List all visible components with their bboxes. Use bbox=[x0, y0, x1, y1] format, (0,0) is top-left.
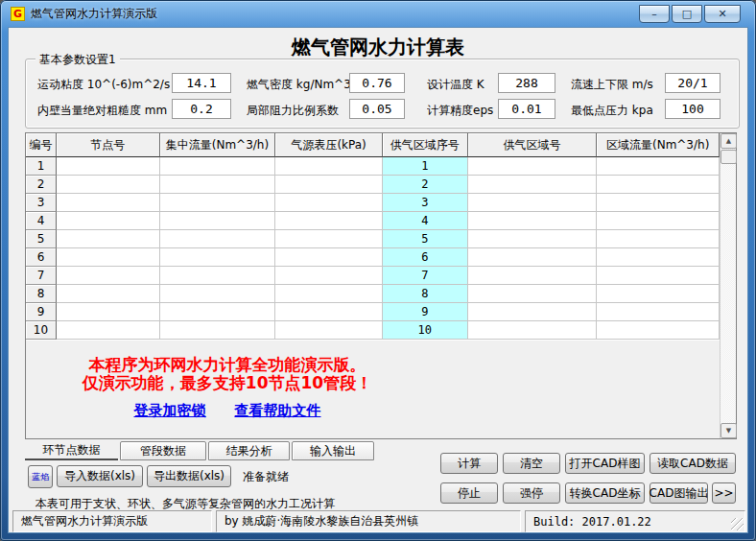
table-cell[interactable] bbox=[57, 321, 160, 340]
convert-cad-coords-button[interactable]: 转换CAD坐标 bbox=[565, 482, 645, 504]
table-cell[interactable] bbox=[160, 267, 276, 285]
table-cell[interactable]: 9 bbox=[383, 303, 468, 321]
tab-result-analysis[interactable]: 结果分析 bbox=[208, 441, 290, 460]
more-button[interactable]: >> bbox=[712, 482, 736, 504]
table-cell[interactable] bbox=[468, 285, 598, 303]
param-input[interactable] bbox=[665, 73, 721, 93]
table-cell[interactable] bbox=[275, 176, 383, 194]
table-cell[interactable] bbox=[160, 248, 276, 267]
table-cell[interactable] bbox=[597, 303, 720, 321]
statusbar-author: by 姚成蔚·海南陵水黎族自治县英州镇 bbox=[216, 510, 521, 532]
maximize-button[interactable]: □ bbox=[672, 5, 702, 23]
table-cell[interactable] bbox=[468, 212, 598, 230]
table-cell[interactable] bbox=[468, 194, 598, 212]
param-input[interactable] bbox=[498, 99, 555, 119]
table-cell[interactable] bbox=[597, 267, 720, 285]
table-cell[interactable] bbox=[468, 176, 598, 194]
table-cell[interactable] bbox=[57, 194, 160, 212]
cad-output-button[interactable]: CAD图输出 bbox=[650, 482, 708, 504]
param-input[interactable] bbox=[498, 73, 555, 93]
table-cell[interactable] bbox=[57, 176, 160, 194]
table-cell[interactable]: 6 bbox=[383, 248, 468, 267]
vertical-scrollbar[interactable]: ▲ ▼ bbox=[720, 133, 736, 438]
table-cell[interactable] bbox=[275, 230, 383, 248]
table-cell[interactable] bbox=[597, 248, 720, 267]
table-cell[interactable] bbox=[275, 212, 383, 230]
blue-flame-button[interactable]: 蓝焰 bbox=[28, 465, 53, 488]
table-cell[interactable]: 1 bbox=[383, 157, 468, 176]
param-input[interactable] bbox=[665, 99, 721, 119]
scrollbar-thumb[interactable] bbox=[721, 150, 737, 164]
table-cell[interactable] bbox=[160, 285, 276, 303]
stop-button[interactable]: 停止 bbox=[440, 482, 498, 504]
open-cad-sample-button[interactable]: 打开CAD样图 bbox=[565, 453, 645, 474]
table-cell[interactable] bbox=[275, 157, 383, 176]
table-cell[interactable] bbox=[468, 267, 598, 285]
table-cell[interactable] bbox=[160, 212, 276, 230]
table-cell[interactable]: 7 bbox=[383, 267, 468, 285]
table-cell[interactable] bbox=[160, 157, 276, 176]
table-cell[interactable]: 8 bbox=[383, 285, 468, 303]
table-cell[interactable] bbox=[597, 212, 720, 230]
table-cell[interactable] bbox=[597, 194, 720, 212]
app-icon: G bbox=[11, 7, 25, 21]
table-cell[interactable] bbox=[468, 157, 598, 176]
row-number: 6 bbox=[26, 248, 57, 267]
table-cell[interactable] bbox=[468, 248, 598, 267]
table-cell[interactable] bbox=[597, 176, 720, 194]
table-cell[interactable]: 5 bbox=[383, 230, 468, 248]
table-cell[interactable] bbox=[597, 157, 720, 176]
table-cell[interactable] bbox=[597, 321, 720, 340]
param-input[interactable] bbox=[349, 73, 405, 93]
table-row: 66 bbox=[26, 248, 720, 267]
table-cell[interactable]: 3 bbox=[383, 194, 468, 212]
table-cell[interactable] bbox=[275, 321, 383, 340]
table-cell[interactable] bbox=[57, 267, 160, 285]
table-row: 77 bbox=[26, 267, 720, 285]
scroll-up-button[interactable]: ▲ bbox=[721, 133, 737, 149]
table-cell[interactable]: 4 bbox=[383, 212, 468, 230]
table-cell[interactable] bbox=[597, 230, 720, 248]
table-cell[interactable] bbox=[468, 303, 598, 321]
close-button[interactable]: ✕ bbox=[704, 5, 741, 23]
table-cell[interactable] bbox=[275, 267, 383, 285]
table-cell[interactable] bbox=[468, 230, 598, 248]
table-cell[interactable] bbox=[57, 285, 160, 303]
table-cell[interactable]: 2 bbox=[383, 176, 468, 194]
table-cell[interactable] bbox=[160, 303, 276, 321]
param-input[interactable] bbox=[172, 99, 231, 119]
table-cell[interactable] bbox=[275, 248, 383, 267]
table-cell[interactable]: 10 bbox=[383, 321, 468, 340]
tab-input-output[interactable]: 输入输出 bbox=[292, 441, 374, 460]
table-cell[interactable] bbox=[57, 157, 160, 176]
table-cell[interactable] bbox=[275, 285, 383, 303]
table-cell[interactable] bbox=[160, 194, 276, 212]
table-cell[interactable] bbox=[275, 303, 383, 321]
row-number: 9 bbox=[26, 303, 57, 321]
resize-grip[interactable] bbox=[731, 518, 744, 530]
clear-button[interactable]: 清空 bbox=[503, 453, 560, 474]
force-stop-button[interactable]: 强停 bbox=[503, 482, 560, 504]
tab-ring-node-data[interactable]: 环节点数据 bbox=[25, 441, 118, 460]
table-cell[interactable] bbox=[57, 212, 160, 230]
export-xls-button[interactable]: 导出数据(xls) bbox=[147, 465, 231, 487]
table-cell[interactable] bbox=[57, 230, 160, 248]
table-cell[interactable] bbox=[275, 194, 383, 212]
tab-pipe-data[interactable]: 管段数据 bbox=[120, 441, 206, 460]
login-dongle-link[interactable]: 登录加密锁 bbox=[134, 402, 206, 420]
table-cell[interactable] bbox=[160, 321, 276, 340]
table-cell[interactable] bbox=[160, 230, 276, 248]
read-cad-data-button[interactable]: 读取CAD数据 bbox=[650, 453, 736, 474]
import-xls-button[interactable]: 导入数据(xls) bbox=[57, 465, 143, 487]
view-help-link[interactable]: 查看帮助文件 bbox=[235, 402, 321, 420]
scroll-down-button[interactable]: ▼ bbox=[721, 423, 737, 438]
table-cell[interactable] bbox=[57, 248, 160, 267]
calculate-button[interactable]: 计算 bbox=[440, 453, 498, 474]
table-cell[interactable] bbox=[468, 321, 598, 340]
minimize-button[interactable]: – bbox=[639, 5, 670, 23]
param-input[interactable] bbox=[349, 99, 405, 119]
table-cell[interactable] bbox=[57, 303, 160, 321]
param-input[interactable] bbox=[172, 73, 231, 93]
table-cell[interactable] bbox=[597, 285, 720, 303]
table-cell[interactable] bbox=[160, 176, 276, 194]
